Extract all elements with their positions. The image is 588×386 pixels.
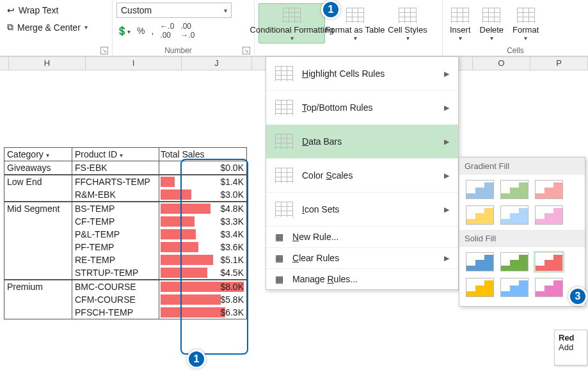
menu-data-bars[interactable]: Data Bars ▶ <box>266 124 458 158</box>
menu-icon-sets[interactable]: Icon Sets ▶ <box>266 192 458 226</box>
submenu-arrow-icon: ▶ <box>444 138 449 146</box>
delete-button[interactable]: Delete ▾ <box>477 3 507 44</box>
databar-swatch[interactable] <box>535 180 563 199</box>
databar-swatch[interactable] <box>466 180 494 199</box>
table-header-total[interactable]: Total Sales <box>159 148 246 161</box>
databar-swatch[interactable] <box>500 252 528 271</box>
menu-color-scales[interactable]: Color Scales ▶ <box>266 158 458 192</box>
databar-swatch[interactable] <box>535 278 563 297</box>
filter-icon[interactable]: ▾ <box>46 152 49 159</box>
submenu-arrow-icon: ▶ <box>444 172 449 180</box>
number-format-select[interactable]: Custom ▾ <box>116 3 232 18</box>
conditional-formatting-button[interactable]: Conditional Formatting ▾ <box>258 3 325 44</box>
cell-category[interactable]: Premium <box>4 280 72 293</box>
cell-category[interactable] <box>4 253 72 266</box>
cell-category[interactable] <box>4 241 72 253</box>
cell-category[interactable]: Giveaways <box>4 161 72 174</box>
manage-rules-icon: ▦ <box>275 274 283 284</box>
table-row: PF-TEMP$3.6K <box>4 241 246 253</box>
table-row: Mid SegmentBS-TEMP$4.8K <box>4 202 246 215</box>
comma-button[interactable]: , <box>151 26 154 36</box>
insert-button[interactable]: Insert ▾ <box>447 3 474 44</box>
cell-category[interactable]: Mid Segment <box>4 202 72 215</box>
cell-product[interactable]: CFM-COURSE <box>72 293 159 306</box>
cell-category[interactable] <box>4 293 72 306</box>
wrap-text-button[interactable]: ↩ Wrap Text <box>4 4 62 17</box>
filter-icon[interactable]: ▾ <box>120 152 123 159</box>
percent-button[interactable]: % <box>137 26 145 36</box>
col-j[interactable]: J <box>182 57 252 70</box>
cell-category[interactable] <box>4 228 72 241</box>
cell-value: $5.1K <box>220 255 244 265</box>
cell-product[interactable]: RE-TEMP <box>72 253 159 266</box>
format-button[interactable]: Format ▾ <box>509 3 542 44</box>
cell-total[interactable]: $3.6K <box>159 241 246 253</box>
cell-product[interactable]: FFCHARTS-TEMP <box>72 175 159 188</box>
cell-category[interactable]: Low End <box>4 175 72 188</box>
cell-total[interactable]: $5.1K <box>159 253 246 266</box>
ribbon: ↩ Wrap Text ⧉ Merge & Center ▾ ↘ Custom … <box>0 0 588 56</box>
cell-product[interactable]: CF-TEMP <box>72 215 159 228</box>
number-dialog-launcher[interactable]: ↘ <box>242 47 250 54</box>
cell-category[interactable] <box>4 215 72 228</box>
cell-category[interactable] <box>4 306 72 319</box>
cell-total[interactable]: $4.5K <box>159 266 246 279</box>
cell-total[interactable]: $6.3K <box>159 306 246 319</box>
cell-total[interactable]: $3.4K <box>159 228 246 241</box>
alignment-dialog-launcher[interactable]: ↘ <box>100 47 108 54</box>
menu-clear-rules[interactable]: ▦ Clear Rules ▶ <box>266 247 458 268</box>
cell-product[interactable]: P&L-TEMP <box>72 228 159 241</box>
cell-category[interactable] <box>4 188 72 201</box>
menu-top-bottom[interactable]: Top/Bottom Rules ▶ <box>266 90 458 124</box>
menu-highlight-cells[interactable]: Highlight Cells Rules ▶ <box>266 57 458 90</box>
cell-product[interactable]: R&M-EBK <box>72 188 159 201</box>
cell-total[interactable]: $8.0K <box>159 280 246 293</box>
databar-swatch[interactable] <box>500 278 528 297</box>
cell-product[interactable]: FS-EBK <box>72 161 159 174</box>
increase-decimal-button[interactable]: ←.0.00 <box>160 22 174 40</box>
cell-product[interactable]: BMC-COURSE <box>72 280 159 293</box>
databar-swatch[interactable] <box>535 205 563 225</box>
submenu-arrow-icon: ▶ <box>444 205 449 214</box>
cell-styles-button[interactable]: Cell Styles ▾ <box>385 3 430 44</box>
col-p[interactable]: P <box>530 57 588 70</box>
cell-product[interactable]: BS-TEMP <box>72 202 159 215</box>
currency-button[interactable]: 💲▾ <box>116 26 131 36</box>
cell-product[interactable]: PFSCH-TEMP <box>72 306 159 319</box>
conditional-formatting-icon <box>282 5 302 26</box>
table-header-product[interactable]: Product ID ▾ <box>72 148 159 161</box>
databar-swatch[interactable] <box>535 252 563 271</box>
col-i[interactable]: I <box>86 57 182 70</box>
chevron-down-icon: ▾ <box>490 35 493 42</box>
menu-new-rule[interactable]: ▦ New Rule... <box>266 226 458 247</box>
table-row: RE-TEMP$5.1K <box>4 253 246 266</box>
col-o[interactable]: O <box>473 57 530 70</box>
submenu-arrow-icon: ▶ <box>444 70 449 78</box>
table-row: CFM-COURSE$5.8K <box>4 293 246 306</box>
table-row: PFSCH-TEMP$6.3K <box>4 306 246 319</box>
cell-total[interactable]: $3.0K <box>159 188 246 201</box>
table-header-category[interactable]: Category ▾ <box>4 148 72 161</box>
databar-swatch[interactable] <box>500 180 528 199</box>
menu-manage-rules[interactable]: ▦ Manage Rules... <box>266 268 458 289</box>
cell-total[interactable]: $4.8K <box>159 202 246 215</box>
cell-total[interactable]: $0.0K <box>159 161 246 174</box>
databar-swatch[interactable] <box>466 278 494 297</box>
databar-swatch[interactable] <box>466 205 494 225</box>
format-as-table-label: Format as Table <box>326 26 385 35</box>
cell-product[interactable]: STRTUP-TEMP <box>72 266 159 279</box>
databar-swatch[interactable] <box>500 205 528 225</box>
decrease-decimal-button[interactable]: .00→.0 <box>180 22 195 40</box>
format-icon <box>516 5 536 26</box>
data-bar <box>161 189 191 200</box>
col-h[interactable]: H <box>9 57 86 70</box>
group-cells: Insert ▾ Delete ▾ Format ▾ Cells <box>443 0 588 56</box>
cell-total[interactable]: $5.8K <box>159 293 246 306</box>
cell-category[interactable] <box>4 266 72 279</box>
databar-swatch[interactable] <box>466 252 494 271</box>
cell-total[interactable]: $3.3K <box>159 215 246 228</box>
table-row: GiveawaysFS-EBK$0.0K <box>4 161 246 175</box>
cell-total[interactable]: $1.4K <box>159 175 246 188</box>
cell-product[interactable]: PF-TEMP <box>72 241 159 253</box>
merge-center-button[interactable]: ⧉ Merge & Center ▾ <box>4 20 91 34</box>
